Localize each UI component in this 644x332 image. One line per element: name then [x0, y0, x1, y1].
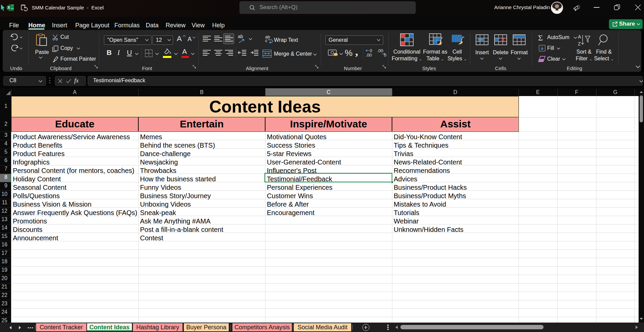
svg-text:A: A [578, 34, 581, 39]
svg-text:Z: Z [578, 41, 581, 47]
svg-text:X: X [8, 6, 10, 9]
